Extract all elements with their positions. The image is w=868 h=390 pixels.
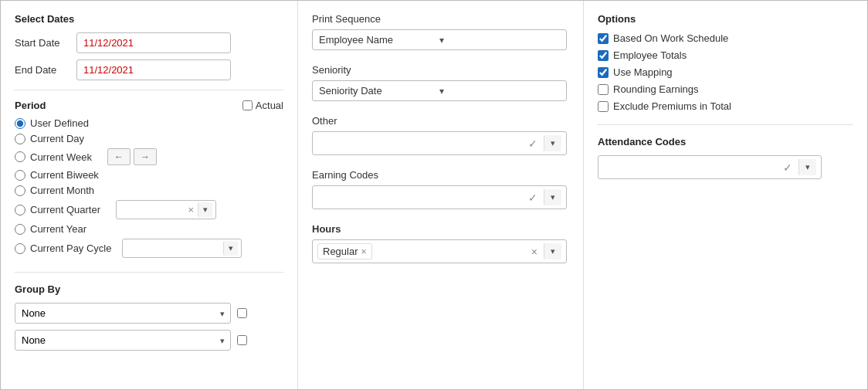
earning-codes-section: Earning Codes ✓ ▾: [312, 169, 569, 209]
actual-label: Actual: [256, 100, 283, 111]
period-radio-current-pay-cycle[interactable]: [15, 243, 25, 254]
end-date-row: End Date: [15, 59, 283, 80]
attendance-codes-title: Attendance Codes: [598, 136, 853, 148]
other-field: ✓ ▾: [312, 131, 567, 155]
option-checkbox-1[interactable]: [598, 50, 609, 61]
option-row-4: Exclude Premiums in Total: [598, 100, 853, 112]
attendance-codes-field: ✓ ▾: [598, 155, 822, 179]
period-current-pay-cycle-row: Current Pay Cycle ▾: [15, 239, 283, 258]
next-arrow-button[interactable]: →: [134, 148, 157, 165]
arrow-buttons: ← →: [107, 148, 157, 165]
period-label-current-quarter: Current Quarter: [30, 204, 100, 215]
option-checkbox-3[interactable]: [598, 84, 609, 95]
period-user-defined: User Defined: [15, 117, 283, 129]
right-panel: Options Based On Work Schedule Employee …: [584, 1, 867, 389]
radio-section: User Defined Current Day Current Week ← …: [15, 117, 283, 258]
other-label: Other: [312, 115, 569, 127]
options-section: Based On Work Schedule Employee Totals U…: [598, 32, 853, 112]
hours-tag-regular-text: Regular: [323, 246, 358, 257]
option-row-1: Employee Totals: [598, 49, 853, 61]
left-panel: Select Dates Start Date End Date Period …: [1, 1, 298, 389]
start-date-input[interactable]: [76, 32, 231, 53]
seniority-dropdown[interactable]: Seniority Date ▾: [312, 80, 567, 101]
period-wrapper: User Defined Current Day Current Week ← …: [15, 117, 283, 258]
option-label-0: Based On Work Schedule: [613, 32, 728, 44]
other-dropdown-button[interactable]: ▾: [544, 135, 561, 151]
hours-tag-regular-x-icon[interactable]: ×: [361, 246, 367, 257]
hours-field: Regular × × ▾: [312, 239, 567, 263]
divider: [15, 90, 283, 90]
period-label-current-day: Current Day: [30, 133, 84, 144]
other-check-button[interactable]: ✓: [525, 137, 541, 150]
period-current-month: Current Month: [15, 185, 283, 196]
group-by-select-2[interactable]: None: [15, 330, 231, 351]
start-date-row: Start Date: [15, 32, 283, 53]
pay-cycle-dropdown-button[interactable]: ▾: [223, 241, 238, 256]
print-sequence-section: Print Sequence Employee Name ▾: [312, 13, 569, 50]
start-date-label: Start Date: [15, 37, 76, 49]
quarter-dropdown-button[interactable]: ▾: [198, 202, 212, 217]
prev-arrow-button[interactable]: ←: [107, 148, 131, 165]
period-title: Period: [15, 100, 46, 111]
period-radio-current-year[interactable]: [15, 224, 25, 235]
period-radio-current-week[interactable]: [15, 151, 25, 162]
group-select-wrap-2: None ▾: [15, 330, 231, 351]
group-by-checkbox-2[interactable]: [237, 335, 247, 345]
group-by-checkbox-1[interactable]: [237, 308, 247, 318]
hours-dropdown-button[interactable]: ▾: [544, 243, 561, 259]
group-by-title: Group By: [15, 283, 283, 295]
period-current-quarter-row: Current Quarter × ▾: [15, 200, 283, 219]
period-label-user-defined: User Defined: [30, 117, 89, 129]
option-checkbox-2[interactable]: [598, 67, 609, 78]
hours-right-controls: × ▾: [528, 243, 561, 259]
period-radio-current-quarter[interactable]: [15, 205, 25, 215]
option-label-3: Rounding Earnings: [613, 83, 699, 95]
option-label-2: Use Mapping: [613, 66, 673, 78]
period-radio-group: User Defined Current Day Current Week ← …: [15, 117, 283, 258]
attendance-check-button[interactable]: ✓: [780, 161, 795, 174]
end-date-input[interactable]: [76, 59, 231, 80]
period-label-current-month: Current Month: [30, 185, 94, 196]
hours-x-button[interactable]: ×: [528, 246, 541, 258]
middle-panel: Print Sequence Employee Name ▾ Seniority…: [298, 1, 584, 389]
hours-section: Hours Regular × × ▾: [312, 223, 569, 263]
period-current-biweek: Current Biweek: [15, 169, 283, 181]
other-section: Other ✓ ▾: [312, 115, 569, 155]
period-label-current-pay-cycle: Current Pay Cycle: [30, 242, 111, 254]
option-checkbox-0[interactable]: [598, 33, 609, 44]
seniority-label: Seniority: [312, 64, 569, 76]
group-by-select-1[interactable]: None: [15, 303, 231, 324]
period-current-day: Current Day: [15, 133, 283, 144]
option-label-1: Employee Totals: [613, 49, 687, 61]
option-checkbox-4[interactable]: [598, 101, 609, 112]
period-radio-current-biweek[interactable]: [15, 170, 25, 181]
period-radio-current-day[interactable]: [15, 134, 25, 144]
period-label-current-biweek: Current Biweek: [30, 169, 99, 181]
option-row-3: Rounding Earnings: [598, 83, 853, 95]
group-by-section: Group By None ▾ None ▾: [15, 272, 283, 351]
seniority-arrow-icon: ▾: [439, 86, 560, 97]
earning-codes-check-button[interactable]: ✓: [525, 192, 541, 204]
period-radio-user-defined[interactable]: [15, 118, 25, 129]
actual-checkbox-row: Actual: [242, 100, 283, 111]
earning-codes-field: ✓ ▾: [312, 185, 567, 209]
select-dates-title: Select Dates: [15, 13, 283, 25]
actual-checkbox[interactable]: [242, 100, 253, 110]
print-sequence-value: Employee Name: [319, 34, 439, 46]
earning-codes-dropdown-button[interactable]: ▾: [544, 189, 561, 205]
option-row-0: Based On Work Schedule: [598, 32, 853, 44]
pay-cycle-wrap: ▾: [122, 239, 242, 258]
group-by-row-1: None ▾: [15, 303, 283, 324]
quarter-x-button[interactable]: ×: [185, 204, 196, 215]
period-label-current-week: Current Week: [30, 151, 92, 163]
period-current-year: Current Year: [15, 223, 283, 235]
option-label-4: Exclude Premiums in Total: [613, 100, 731, 112]
seniority-section: Seniority Seniority Date ▾: [312, 64, 569, 101]
end-date-label: End Date: [15, 64, 76, 76]
option-row-2: Use Mapping: [598, 66, 853, 78]
attendance-dropdown-button[interactable]: ▾: [798, 159, 816, 175]
period-radio-current-month[interactable]: [15, 185, 25, 196]
group-by-row-2: None ▾: [15, 330, 283, 351]
print-sequence-dropdown[interactable]: Employee Name ▾: [312, 29, 567, 50]
print-sequence-arrow-icon: ▾: [439, 35, 560, 46]
